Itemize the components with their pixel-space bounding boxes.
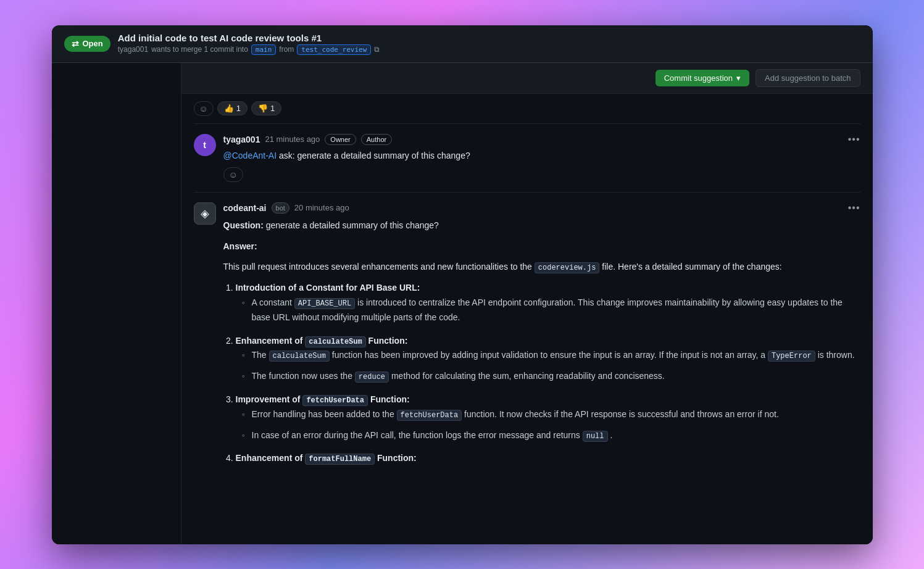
- branch-from-text: from: [279, 45, 294, 54]
- titlebar-info: Add initial code to test AI code review …: [118, 33, 380, 55]
- branch-target[interactable]: main: [251, 44, 277, 55]
- section-2-title: Enhancement of calculateSum Function:: [236, 336, 408, 346]
- reduce-code: reduce: [355, 372, 389, 383]
- commit-suggestion-button[interactable]: Commit suggestion ▾: [656, 70, 749, 86]
- calculate-sum-code-1: calculateSum: [269, 351, 330, 362]
- bot-more-menu[interactable]: •••: [848, 202, 860, 214]
- sidebar: [52, 63, 181, 544]
- section-2-bullets: The calculateSum function has been impro…: [236, 348, 860, 384]
- section-3-bullet-1: Error handling has been added to the fet…: [242, 407, 860, 422]
- badge-owner: Owner: [325, 134, 356, 145]
- section-4: Enhancement of formatFullName Function:: [236, 451, 860, 466]
- answer-body: Question: generate a detailed summary of…: [223, 218, 860, 466]
- section-1-bullet-1: A constant API_BASE_URL is introduced to…: [242, 296, 860, 325]
- fetch-user-data-code-title: fetchUserData: [302, 395, 368, 406]
- badge-author: Author: [361, 134, 392, 145]
- section-3-title: Improvement of fetchUserData Function:: [236, 394, 410, 404]
- section-3: Improvement of fetchUserData Function: E…: [236, 392, 860, 442]
- thumbs-down-count: 1: [270, 104, 275, 113]
- type-error-code: TypeError: [768, 351, 815, 362]
- commit-suggestion-label: Commit suggestion: [664, 73, 733, 83]
- add-suggestion-to-batch-button[interactable]: Add suggestion to batch: [755, 69, 860, 87]
- dropdown-icon: ▾: [736, 73, 741, 83]
- question-text: generate a detailed summary of this chan…: [264, 220, 439, 230]
- commenter-name: tyaga001: [223, 135, 260, 144]
- divider-1: [194, 123, 860, 124]
- badge-bot: bot: [272, 202, 289, 214]
- comment-body-text: ask: generate a detailed summary of this…: [277, 151, 470, 160]
- comment-emoji-picker[interactable]: ☺: [223, 167, 243, 182]
- copy-icon[interactable]: ⧉: [374, 45, 380, 54]
- avatar-text: t: [203, 140, 206, 150]
- answer-file-code: codereview.js: [535, 262, 600, 273]
- comment-more-menu[interactable]: •••: [848, 134, 860, 145]
- pr-title: Add initial code to test AI code review …: [118, 33, 380, 43]
- merge-icon: ⇄: [72, 39, 79, 49]
- question-label: Question:: [223, 220, 264, 230]
- api-base-url-code: API_BASE_URL: [294, 298, 355, 309]
- bot-avatar: ◈: [194, 202, 216, 225]
- section-2-bullet-2: The function now uses the reduce method …: [242, 369, 860, 384]
- null-code: null: [583, 431, 608, 442]
- thumbs-down-emoji: 👎: [258, 104, 268, 113]
- divider-2: [194, 192, 860, 193]
- bot-name: codeant-ai: [223, 203, 267, 213]
- comment-header: tyaga001 21 minutes ago Owner Author •••: [223, 134, 860, 145]
- section-1-bullets: A constant API_BASE_URL is introduced to…: [236, 296, 860, 325]
- answer-intro-line: Answer:: [223, 239, 860, 254]
- bot-answer-block: ◈ codeant-ai bot 20 minutes ago ••• Ques…: [181, 195, 873, 482]
- emoji-picker-button[interactable]: ☺: [194, 101, 214, 116]
- emoji-picker-icon: ☺: [199, 104, 208, 114]
- calculate-sum-code-title: calculateSum: [305, 336, 365, 347]
- section-1-title: Introduction of a Constant for API Base …: [236, 283, 420, 293]
- section-3-bullets: Error handling has been added to the fet…: [236, 407, 860, 443]
- github-pr-window: ⇄ Open Add initial code to test AI code …: [52, 25, 873, 544]
- pr-meta-text: wants to merge 1 commit into: [151, 45, 248, 54]
- comment-header-left: tyaga001 21 minutes ago Owner Author: [223, 134, 393, 145]
- section-4-title: Enhancement of formatFullName Function:: [236, 453, 417, 463]
- comment-emoji-row: ☺: [223, 167, 860, 182]
- comment-mention: @CodeAnt-AI: [223, 151, 277, 160]
- pr-status-badge: ⇄ Open: [64, 36, 110, 52]
- bot-icon: ◈: [201, 207, 209, 220]
- thumbs-up-reaction[interactable]: 👍 1: [217, 101, 248, 115]
- thumbs-up-count: 1: [236, 104, 241, 113]
- answer-intro: This pull request introduces several enh…: [223, 262, 532, 272]
- question-line: Question: generate a detailed summary of…: [223, 218, 860, 233]
- top-action-bar: Commit suggestion ▾ Add suggestion to ba…: [181, 63, 873, 94]
- main-content: Commit suggestion ▾ Add suggestion to ba…: [181, 63, 873, 544]
- section-3-bullet-2: In case of an error during the API call,…: [242, 428, 860, 443]
- comment-time: 21 minutes ago: [265, 135, 320, 144]
- reactions-row: ☺ 👍 1 👎 1: [181, 94, 873, 121]
- branch-source[interactable]: test_code_review: [297, 44, 371, 55]
- user-comment-block: t tyaga001 21 minutes ago Owner Author •…: [181, 127, 873, 189]
- user-avatar: t: [194, 134, 216, 156]
- answer-label: Answer:: [223, 241, 257, 251]
- pr-author: tyaga001: [118, 45, 148, 54]
- content-area: Commit suggestion ▾ Add suggestion to ba…: [52, 63, 873, 544]
- section-1: Introduction of a Constant for API Base …: [236, 281, 860, 325]
- thumbs-up-emoji: 👍: [224, 104, 234, 113]
- add-batch-label: Add suggestion to batch: [765, 73, 851, 83]
- thumbs-down-reaction[interactable]: 👎 1: [251, 101, 281, 115]
- answer-inner: codeant-ai bot 20 minutes ago ••• Questi…: [223, 202, 860, 475]
- sections-list: Introduction of a Constant for API Base …: [223, 281, 860, 466]
- format-full-name-code-title: formatFullName: [305, 454, 375, 465]
- section-2-bullet-1: The calculateSum function has been impro…: [242, 348, 860, 363]
- answer-header-left: codeant-ai bot 20 minutes ago: [223, 202, 349, 214]
- pr-meta: tyaga001 wants to merge 1 commit into ma…: [118, 44, 380, 55]
- comment-inner: tyaga001 21 minutes ago Owner Author •••…: [223, 134, 860, 182]
- answer-intro2: file. Here's a detailed summary of the c…: [602, 262, 781, 272]
- bot-comment-time: 20 minutes ago: [294, 203, 349, 212]
- pr-status-label: Open: [83, 39, 103, 48]
- comment-emoji-icon: ☺: [229, 170, 238, 180]
- section-2: Enhancement of calculateSum Function: Th…: [236, 334, 860, 384]
- answer-header: codeant-ai bot 20 minutes ago •••: [223, 202, 860, 214]
- titlebar: ⇄ Open Add initial code to test AI code …: [52, 25, 873, 63]
- comment-body: @CodeAnt-AI ask: generate a detailed sum…: [223, 149, 860, 162]
- answer-description: This pull request introduces several enh…: [223, 260, 860, 275]
- fetch-user-data-code-1: fetchUserData: [397, 410, 462, 421]
